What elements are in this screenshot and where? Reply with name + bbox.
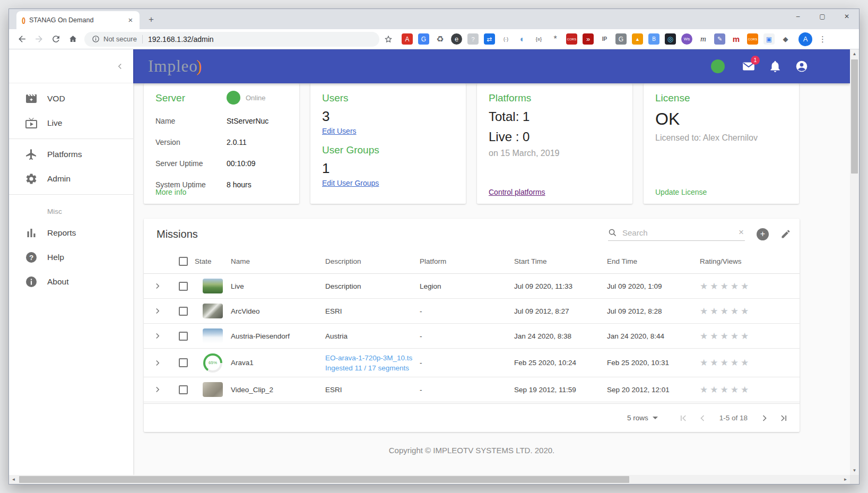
tab-swap-icon[interactable]: ⇄	[484, 33, 495, 45]
edge-e-icon[interactable]: e	[451, 33, 462, 45]
sidebar-collapse-icon[interactable]	[115, 62, 125, 71]
screen-capture-icon[interactable]: ?	[467, 33, 479, 45]
horizontal-scroll-thumb[interactable]	[19, 476, 629, 483]
row-expand-icon[interactable]	[153, 281, 162, 291]
sidebar-item-vod[interactable]: VOD	[9, 87, 133, 111]
search-clear-icon[interactable]: ×	[737, 227, 745, 238]
scroll-down-icon[interactable]: ▼	[850, 466, 859, 475]
ip-lookup-icon[interactable]: IP	[599, 33, 610, 45]
control-platforms-link[interactable]: Control platforms	[489, 188, 545, 196]
column-header-name[interactable]: Name	[231, 257, 325, 265]
rows-per-page-select[interactable]: 5 rows	[627, 414, 658, 422]
window-minimize-button[interactable]: –	[786, 9, 810, 25]
sidebar-item-live[interactable]: Live	[9, 111, 133, 135]
mission-thumbnail[interactable]	[203, 304, 223, 318]
row-expand-icon[interactable]	[153, 358, 162, 368]
scroll-left-icon[interactable]: ◄	[9, 477, 18, 482]
translate-icon[interactable]: G	[418, 33, 429, 45]
vertical-scrollbar[interactable]: ▲ ▼	[850, 49, 859, 475]
cors-orange-icon[interactable]: CORS	[747, 33, 758, 45]
forward-button[interactable]	[31, 32, 46, 47]
row-checkbox[interactable]	[179, 282, 188, 291]
braces-icon[interactable]: {≡}	[533, 33, 544, 45]
notes-icon[interactable]: ✎	[714, 33, 725, 45]
horizontal-scrollbar[interactable]: ◄ ►	[9, 475, 850, 484]
url-text[interactable]: 192.168.1.32/admin	[148, 35, 214, 44]
mission-name[interactable]: Live	[231, 282, 325, 290]
rating-stars[interactable]: ★★★★★	[700, 281, 751, 291]
last-page-button[interactable]	[776, 411, 791, 426]
sidebar-item-about[interactable]: About	[9, 270, 133, 294]
m-italic-icon[interactable]: m	[698, 33, 709, 45]
photos-icon[interactable]: ▣	[763, 33, 775, 45]
select-all-checkbox[interactable]	[179, 257, 188, 266]
edit-users-link[interactable]: Edit Users	[322, 127, 357, 135]
mail-button[interactable]: 1	[742, 59, 756, 73]
rating-stars[interactable]: ★★★★★	[700, 306, 751, 316]
search-input[interactable]	[622, 228, 737, 237]
mission-name[interactable]: Arava1	[231, 359, 325, 367]
paren-circle-icon[interactable]: (·)	[500, 33, 511, 45]
home-button[interactable]	[65, 32, 80, 47]
browser-tab[interactable]: () STANAG On Demand ×	[16, 11, 140, 29]
edit-user-groups-link[interactable]: Edit User Groups	[322, 179, 379, 187]
row-expand-icon[interactable]	[153, 306, 162, 316]
rating-stars[interactable]: ★★★★★	[700, 358, 751, 368]
server-more-info-link[interactable]: More info	[155, 188, 186, 196]
sidebar-item-admin[interactable]: Admin	[9, 167, 133, 191]
column-header-end-time[interactable]: End Time	[607, 257, 700, 265]
window-maximize-button[interactable]: ▢	[810, 9, 835, 25]
bookmark-star-icon[interactable]	[381, 32, 395, 46]
edit-missions-icon[interactable]	[780, 229, 791, 239]
spider-icon[interactable]: *	[550, 33, 561, 45]
column-header-state[interactable]: State	[195, 257, 231, 265]
column-header-start-time[interactable]: Start Time	[514, 257, 607, 265]
profile-avatar[interactable]: A	[798, 32, 812, 46]
account-button[interactable]	[795, 59, 809, 73]
refresh-button[interactable]	[48, 32, 63, 47]
address-bar[interactable]: Not secure 192.168.1.32/admin	[84, 32, 379, 47]
row-expand-icon[interactable]	[153, 385, 162, 394]
rating-stars[interactable]: ★★★★★	[700, 385, 751, 395]
mission-thumbnail[interactable]	[203, 382, 223, 397]
column-header-platform[interactable]: Platform	[420, 257, 514, 265]
puzzle-icon[interactable]: ◆	[780, 33, 791, 45]
analytics-icon[interactable]: ▲	[632, 33, 643, 45]
recycle-icon[interactable]: ♻	[435, 33, 446, 45]
m-red-icon[interactable]: m	[731, 33, 742, 45]
scroll-up-icon[interactable]: ▲	[850, 49, 859, 58]
window-close-button[interactable]: ✕	[835, 9, 859, 25]
next-page-button[interactable]	[757, 411, 772, 426]
dictionary-icon[interactable]: A	[402, 33, 413, 45]
first-page-button[interactable]	[676, 411, 691, 426]
mission-thumbnail[interactable]	[203, 279, 223, 293]
sidebar-item-help[interactable]: ?Help	[9, 245, 133, 270]
vertical-scroll-thumb[interactable]	[851, 59, 858, 174]
row-expand-icon[interactable]	[153, 331, 162, 341]
swirl-icon[interactable]: ◐	[517, 33, 528, 45]
browser-menu-icon[interactable]: ⋮	[819, 34, 827, 44]
tag-icon[interactable]: B	[648, 33, 659, 45]
mission-name[interactable]: Austria-Piesendorf	[231, 332, 325, 340]
sidebar-item-reports[interactable]: Reports	[9, 221, 133, 245]
add-mission-button[interactable]: +	[757, 228, 769, 240]
ingest-file-name[interactable]: EO-arava-1-720p-3M_10.ts	[325, 353, 420, 363]
cors-red-icon[interactable]: CORS	[566, 33, 577, 45]
back-button[interactable]	[14, 32, 29, 47]
row-checkbox[interactable]	[179, 385, 188, 394]
new-tab-button[interactable]: +	[144, 12, 159, 27]
sidebar-item-platforms[interactable]: Platforms	[9, 142, 133, 167]
tab-close-icon[interactable]: ×	[126, 15, 135, 25]
fast-forward-icon[interactable]: »	[583, 33, 594, 45]
rating-stars[interactable]: ★★★★★	[700, 331, 751, 341]
row-checkbox[interactable]	[179, 307, 188, 316]
update-license-link[interactable]: Update License	[655, 188, 707, 196]
info-icon[interactable]	[92, 35, 100, 43]
mission-name[interactable]: ArcVideo	[231, 307, 325, 315]
g-gray-icon[interactable]: G	[615, 33, 627, 45]
ws-icon[interactable]: Ws	[681, 33, 692, 45]
scroll-right-icon[interactable]: ►	[841, 477, 850, 482]
row-checkbox[interactable]	[179, 332, 188, 341]
mission-thumbnail[interactable]	[203, 328, 223, 343]
column-header-rating-views[interactable]: Rating/Views	[700, 257, 800, 265]
